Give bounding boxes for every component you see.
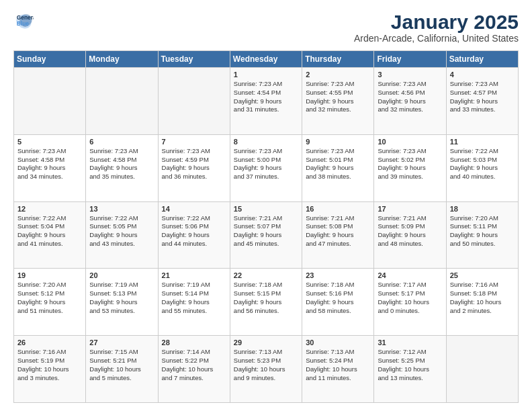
calendar-cell-w1-d6: 4Sunrise: 7:23 AM Sunset: 4:57 PM Daylig… bbox=[446, 68, 518, 135]
day-info: Sunrise: 7:23 AM Sunset: 5:01 PM Dayligh… bbox=[306, 147, 370, 181]
calendar-cell-w4-d2: 21Sunrise: 7:19 AM Sunset: 5:14 PM Dayli… bbox=[158, 269, 230, 336]
day-info: Sunrise: 7:13 AM Sunset: 5:24 PM Dayligh… bbox=[306, 348, 370, 382]
day-number: 23 bbox=[306, 271, 370, 279]
day-number: 9 bbox=[306, 138, 370, 146]
day-number: 29 bbox=[234, 338, 298, 347]
calendar-cell-w3-d5: 17Sunrise: 7:21 AM Sunset: 5:09 PM Dayli… bbox=[374, 201, 446, 269]
day-info: Sunrise: 7:18 AM Sunset: 5:15 PM Dayligh… bbox=[234, 281, 298, 315]
day-number: 10 bbox=[378, 138, 442, 146]
day-number: 31 bbox=[378, 338, 442, 347]
day-info: Sunrise: 7:14 AM Sunset: 5:22 PM Dayligh… bbox=[162, 348, 226, 382]
day-info: Sunrise: 7:22 AM Sunset: 5:03 PM Dayligh… bbox=[450, 147, 515, 181]
day-info: Sunrise: 7:16 AM Sunset: 5:19 PM Dayligh… bbox=[17, 348, 82, 382]
day-number: 25 bbox=[450, 271, 515, 279]
header-sunday: Sunday bbox=[14, 51, 86, 68]
day-info: Sunrise: 7:23 AM Sunset: 4:55 PM Dayligh… bbox=[306, 80, 370, 114]
calendar-cell-w3-d3: 15Sunrise: 7:21 AM Sunset: 5:07 PM Dayli… bbox=[230, 201, 302, 269]
week-row-2: 5Sunrise: 7:23 AM Sunset: 4:58 PM Daylig… bbox=[14, 134, 519, 201]
week-row-1: 1Sunrise: 7:23 AM Sunset: 4:54 PM Daylig… bbox=[14, 68, 519, 135]
day-number: 14 bbox=[162, 205, 226, 213]
day-number: 1 bbox=[234, 71, 298, 79]
day-info: Sunrise: 7:19 AM Sunset: 5:13 PM Dayligh… bbox=[89, 281, 154, 315]
day-info: Sunrise: 7:21 AM Sunset: 5:08 PM Dayligh… bbox=[306, 214, 370, 248]
day-number: 2 bbox=[306, 71, 370, 79]
calendar-cell-w1-d1 bbox=[86, 68, 158, 135]
weekday-header-row: Sunday Monday Tuesday Wednesday Thursday… bbox=[14, 51, 519, 68]
header: General Blue January 2025 Arden-Arcade, … bbox=[13, 11, 519, 44]
day-info: Sunrise: 7:23 AM Sunset: 5:02 PM Dayligh… bbox=[378, 147, 442, 181]
header-tuesday: Tuesday bbox=[158, 51, 230, 68]
calendar-cell-w5-d0: 26Sunrise: 7:16 AM Sunset: 5:19 PM Dayli… bbox=[14, 336, 86, 403]
day-number: 8 bbox=[234, 138, 298, 146]
calendar-cell-w4-d0: 19Sunrise: 7:20 AM Sunset: 5:12 PM Dayli… bbox=[14, 269, 86, 336]
day-info: Sunrise: 7:23 AM Sunset: 4:54 PM Dayligh… bbox=[234, 80, 298, 114]
calendar-cell-w1-d0 bbox=[14, 68, 86, 135]
calendar-table: Sunday Monday Tuesday Wednesday Thursday… bbox=[13, 50, 519, 403]
calendar-cell-w2-d0: 5Sunrise: 7:23 AM Sunset: 4:58 PM Daylig… bbox=[14, 134, 86, 201]
calendar-cell-w2-d5: 10Sunrise: 7:23 AM Sunset: 5:02 PM Dayli… bbox=[374, 134, 446, 201]
calendar-cell-w1-d4: 2Sunrise: 7:23 AM Sunset: 4:55 PM Daylig… bbox=[302, 68, 374, 135]
day-info: Sunrise: 7:20 AM Sunset: 5:12 PM Dayligh… bbox=[17, 281, 82, 315]
day-number: 11 bbox=[450, 138, 515, 146]
day-number: 27 bbox=[89, 338, 154, 347]
day-info: Sunrise: 7:21 AM Sunset: 5:09 PM Dayligh… bbox=[378, 214, 442, 248]
day-number: 26 bbox=[17, 338, 82, 347]
calendar-cell-w2-d2: 7Sunrise: 7:23 AM Sunset: 4:59 PM Daylig… bbox=[158, 134, 230, 201]
day-number: 17 bbox=[378, 205, 442, 213]
day-number: 28 bbox=[162, 338, 226, 347]
calendar-cell-w4-d1: 20Sunrise: 7:19 AM Sunset: 5:13 PM Dayli… bbox=[86, 269, 158, 336]
calendar-cell-w4-d6: 25Sunrise: 7:16 AM Sunset: 5:18 PM Dayli… bbox=[446, 269, 518, 336]
day-number: 21 bbox=[162, 271, 226, 279]
day-info: Sunrise: 7:15 AM Sunset: 5:21 PM Dayligh… bbox=[89, 348, 154, 382]
day-info: Sunrise: 7:13 AM Sunset: 5:23 PM Dayligh… bbox=[234, 348, 298, 382]
header-saturday: Saturday bbox=[446, 51, 518, 68]
svg-text:Blue: Blue bbox=[17, 20, 29, 27]
day-number: 22 bbox=[234, 271, 298, 279]
day-number: 19 bbox=[17, 271, 82, 279]
day-number: 18 bbox=[450, 205, 515, 213]
day-number: 15 bbox=[234, 205, 298, 213]
calendar-cell-w5-d5: 31Sunrise: 7:12 AM Sunset: 5:25 PM Dayli… bbox=[374, 336, 446, 403]
calendar-cell-w3-d4: 16Sunrise: 7:21 AM Sunset: 5:08 PM Dayli… bbox=[302, 201, 374, 269]
calendar-cell-w5-d2: 28Sunrise: 7:14 AM Sunset: 5:22 PM Dayli… bbox=[158, 336, 230, 403]
day-info: Sunrise: 7:12 AM Sunset: 5:25 PM Dayligh… bbox=[378, 348, 442, 382]
logo-icon: General Blue bbox=[15, 11, 34, 30]
logo-area: General Blue bbox=[13, 11, 34, 30]
calendar-cell-w1-d3: 1Sunrise: 7:23 AM Sunset: 4:54 PM Daylig… bbox=[230, 68, 302, 135]
calendar-cell-w2-d6: 11Sunrise: 7:22 AM Sunset: 5:03 PM Dayli… bbox=[446, 134, 518, 201]
calendar-cell-w4-d5: 24Sunrise: 7:17 AM Sunset: 5:17 PM Dayli… bbox=[374, 269, 446, 336]
day-info: Sunrise: 7:23 AM Sunset: 4:57 PM Dayligh… bbox=[450, 80, 515, 114]
calendar-cell-w4-d3: 22Sunrise: 7:18 AM Sunset: 5:15 PM Dayli… bbox=[230, 269, 302, 336]
day-number: 30 bbox=[306, 338, 370, 347]
main-title: January 2025 bbox=[354, 11, 519, 33]
header-wednesday: Wednesday bbox=[230, 51, 302, 68]
sub-title: Arden-Arcade, California, United States bbox=[354, 33, 519, 44]
day-info: Sunrise: 7:23 AM Sunset: 4:58 PM Dayligh… bbox=[17, 147, 82, 181]
calendar-cell-w5-d3: 29Sunrise: 7:13 AM Sunset: 5:23 PM Dayli… bbox=[230, 336, 302, 403]
calendar-cell-w1-d5: 3Sunrise: 7:23 AM Sunset: 4:56 PM Daylig… bbox=[374, 68, 446, 135]
day-number: 24 bbox=[378, 271, 442, 279]
day-info: Sunrise: 7:23 AM Sunset: 5:00 PM Dayligh… bbox=[234, 147, 298, 181]
day-info: Sunrise: 7:22 AM Sunset: 5:04 PM Dayligh… bbox=[17, 214, 82, 248]
week-row-5: 26Sunrise: 7:16 AM Sunset: 5:19 PM Dayli… bbox=[14, 336, 519, 403]
day-info: Sunrise: 7:23 AM Sunset: 4:58 PM Dayligh… bbox=[89, 147, 154, 181]
day-number: 20 bbox=[89, 271, 154, 279]
day-number: 5 bbox=[17, 138, 82, 146]
calendar-cell-w2-d3: 8Sunrise: 7:23 AM Sunset: 5:00 PM Daylig… bbox=[230, 134, 302, 201]
calendar-cell-w1-d2 bbox=[158, 68, 230, 135]
day-info: Sunrise: 7:17 AM Sunset: 5:17 PM Dayligh… bbox=[378, 281, 442, 315]
calendar-cell-w2-d1: 6Sunrise: 7:23 AM Sunset: 4:58 PM Daylig… bbox=[86, 134, 158, 201]
day-number: 7 bbox=[162, 138, 226, 146]
day-number: 3 bbox=[378, 71, 442, 79]
day-number: 6 bbox=[89, 138, 154, 146]
page: General Blue January 2025 Arden-Arcade, … bbox=[0, 0, 532, 411]
calendar-cell-w3-d1: 13Sunrise: 7:22 AM Sunset: 5:05 PM Dayli… bbox=[86, 201, 158, 269]
day-number: 4 bbox=[450, 71, 515, 79]
day-info: Sunrise: 7:18 AM Sunset: 5:16 PM Dayligh… bbox=[306, 281, 370, 315]
week-row-4: 19Sunrise: 7:20 AM Sunset: 5:12 PM Dayli… bbox=[14, 269, 519, 336]
header-monday: Monday bbox=[86, 51, 158, 68]
day-info: Sunrise: 7:19 AM Sunset: 5:14 PM Dayligh… bbox=[162, 281, 226, 315]
calendar-cell-w4-d4: 23Sunrise: 7:18 AM Sunset: 5:16 PM Dayli… bbox=[302, 269, 374, 336]
header-thursday: Thursday bbox=[302, 51, 374, 68]
day-number: 13 bbox=[89, 205, 154, 213]
